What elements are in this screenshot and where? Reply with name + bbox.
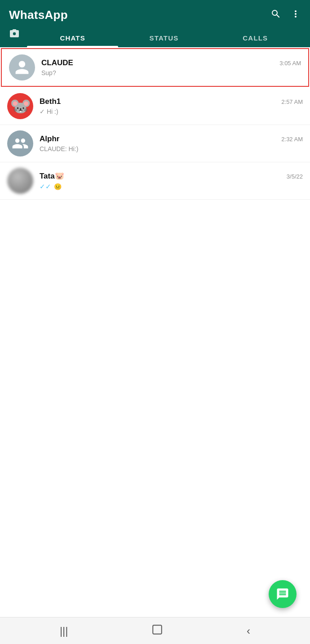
avatar-tata (7, 168, 33, 194)
chat-time-claude: 3:05 AM (279, 60, 301, 67)
svg-rect-0 (153, 625, 162, 634)
chat-name-alphr: Alphr (40, 134, 59, 143)
avatar-alphr (7, 130, 33, 157)
camera-icon[interactable] (9, 28, 27, 47)
chat-row-top-alphr: Alphr 2:32 AM (40, 134, 303, 143)
header-actions (270, 9, 301, 22)
new-chat-fab[interactable] (269, 580, 297, 608)
chat-name-claude: CLAUDE (41, 58, 73, 67)
more-options-icon[interactable] (290, 9, 301, 22)
chat-list: CLAUDE 3:05 AM Sup? 🐭 Beth1 2:57 AM ✓ Hi… (0, 47, 310, 617)
back-icon[interactable]: ‹ (247, 625, 250, 637)
chat-preview-beth1: ✓ Hi :) (40, 108, 303, 115)
chat-time-alphr: 2:32 AM (281, 136, 303, 143)
chat-row-top-beth1: Beth1 2:57 AM (40, 97, 303, 106)
chat-item-beth1[interactable]: 🐭 Beth1 2:57 AM ✓ Hi :) (0, 88, 310, 125)
tabs: CHATS STATUS CALLS (9, 28, 301, 47)
avatar-beth1: 🐭 (7, 93, 33, 119)
chat-name-tata: Tata🐷 (40, 171, 64, 181)
avatar-claude (9, 54, 35, 80)
chat-time-beth1: 2:57 AM (281, 98, 303, 105)
chat-info-claude: CLAUDE 3:05 AM Sup? (41, 58, 301, 76)
chat-time-tata: 3/5/22 (287, 173, 303, 180)
chat-info-tata: Tata🐷 3/5/22 ✓✓ 😐 (40, 171, 303, 191)
tab-calls[interactable]: CALLS (210, 29, 301, 47)
recent-apps-icon[interactable]: ||| (60, 625, 68, 637)
double-tick-icon-tata: ✓✓ (40, 183, 51, 191)
chat-item-claude[interactable]: CLAUDE 3:05 AM Sup? (1, 48, 309, 87)
tab-chats[interactable]: CHATS (27, 29, 118, 47)
chat-row-top-tata: Tata🐷 3/5/22 (40, 171, 303, 181)
chat-row-top-claude: CLAUDE 3:05 AM (41, 58, 301, 67)
bottom-nav: ||| ‹ (0, 617, 310, 644)
tab-status[interactable]: STATUS (118, 29, 209, 47)
chat-preview-claude: Sup? (41, 69, 301, 76)
search-icon[interactable] (270, 9, 281, 22)
chat-preview-alphr: CLAUDE: Hi:) (40, 145, 303, 152)
chat-item-alphr[interactable]: Alphr 2:32 AM CLAUDE: Hi:) (0, 125, 310, 162)
chat-preview-tata: ✓✓ 😐 (40, 183, 303, 191)
header: WhatsApp CHATS STATUS (0, 0, 310, 47)
app-title: WhatsApp (9, 8, 68, 22)
chat-info-beth1: Beth1 2:57 AM ✓ Hi :) (40, 97, 303, 115)
chat-item-tata[interactable]: Tata🐷 3/5/22 ✓✓ 😐 (0, 162, 310, 200)
home-icon[interactable] (151, 624, 163, 638)
chat-info-alphr: Alphr 2:32 AM CLAUDE: Hi:) (40, 134, 303, 152)
chat-name-beth1: Beth1 (40, 97, 61, 106)
header-top: WhatsApp (9, 8, 301, 28)
tick-icon-beth1: ✓ (40, 108, 45, 115)
